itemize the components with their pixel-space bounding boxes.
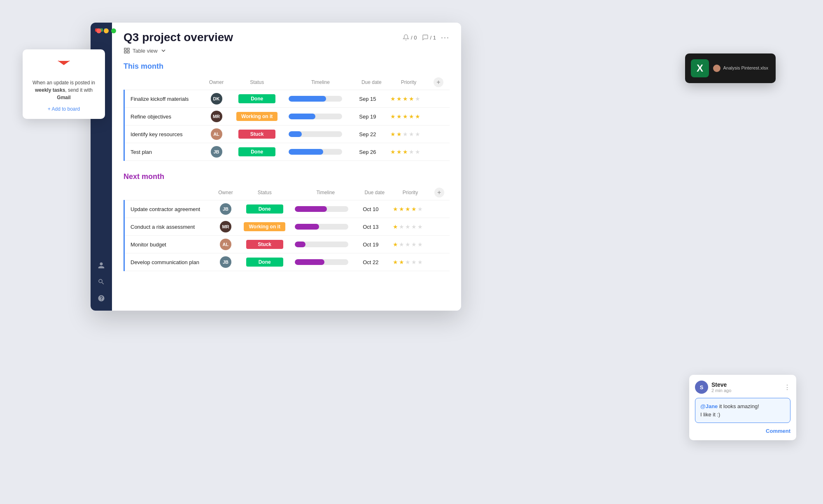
task-duedate-cell: Oct 22 bbox=[359, 253, 389, 271]
task-owner-cell: DK bbox=[204, 90, 228, 108]
comments-badge[interactable]: / 1 bbox=[422, 34, 436, 41]
owner-avatar: MR bbox=[211, 111, 222, 122]
task-status-cell[interactable]: Stuck bbox=[238, 236, 291, 253]
table-row[interactable]: Update contractor agreement JB Done Oct … bbox=[124, 200, 450, 218]
add-column-button[interactable]: + bbox=[434, 188, 444, 197]
star-icon: ★ bbox=[393, 206, 398, 212]
status-badge[interactable]: Done bbox=[238, 147, 275, 156]
task-extra-cell bbox=[430, 108, 450, 125]
star-icon: ★ bbox=[405, 241, 410, 248]
timeline-bar bbox=[289, 131, 342, 137]
gmail-add-button[interactable]: + Add to board bbox=[48, 106, 80, 112]
task-name: Refine objectives bbox=[131, 114, 171, 120]
col-timeline: Timeline bbox=[291, 185, 359, 200]
task-status-cell[interactable]: Done bbox=[229, 90, 285, 108]
star-icon: ★ bbox=[390, 95, 396, 102]
priority-stars[interactable]: ★★★★★ bbox=[393, 223, 427, 230]
table-row[interactable]: Conduct a risk assessment MR Working on … bbox=[124, 218, 450, 236]
star-icon: ★ bbox=[396, 131, 402, 137]
col-add: + bbox=[430, 75, 450, 90]
priority-stars[interactable]: ★★★★★ bbox=[390, 149, 427, 155]
table-row[interactable]: Develop communication plan JB Done Oct 2… bbox=[124, 253, 450, 271]
col-priority: Priority bbox=[387, 75, 430, 90]
timeline-bar bbox=[295, 259, 348, 265]
excel-icon: X bbox=[691, 59, 709, 77]
gmail-card: When an update is posted in weekly tasks… bbox=[23, 49, 105, 119]
minimize-button[interactable] bbox=[104, 28, 109, 33]
task-status-cell[interactable]: Stuck bbox=[229, 125, 285, 143]
table-row[interactable]: Test plan JB Done Sep 26 ★★★★★ bbox=[124, 143, 450, 161]
priority-stars[interactable]: ★★★★★ bbox=[393, 241, 427, 248]
add-column-button[interactable]: + bbox=[434, 77, 443, 87]
table-row[interactable]: Monitor budget AL Stuck Oct 19 ★★★★★ bbox=[124, 236, 450, 253]
section-title-this-month: This month bbox=[124, 62, 450, 71]
task-owner-cell: AL bbox=[214, 236, 238, 253]
col-timeline: Timeline bbox=[285, 75, 356, 90]
task-extra-cell bbox=[430, 90, 450, 108]
priority-stars[interactable]: ★★★★★ bbox=[393, 259, 427, 265]
status-badge[interactable]: Working on it bbox=[244, 222, 285, 231]
table-row[interactable]: Finalize kickoff materials DK Done Sep 1… bbox=[124, 90, 450, 108]
task-extra-cell bbox=[431, 236, 450, 253]
task-priority-cell: ★★★★★ bbox=[389, 200, 431, 218]
task-status-cell[interactable]: Done bbox=[238, 253, 291, 271]
status-badge[interactable]: Stuck bbox=[238, 130, 275, 139]
sidebar-search-icon[interactable] bbox=[95, 275, 108, 288]
star-icon: ★ bbox=[393, 223, 398, 230]
task-owner-cell: JB bbox=[214, 253, 238, 271]
table-row[interactable]: Refine objectives MR Working on it Sep 1… bbox=[124, 108, 450, 125]
priority-stars[interactable]: ★★★★★ bbox=[390, 131, 427, 137]
task-name-cell: Update contractor agreement bbox=[124, 200, 214, 218]
task-name: Identify key resources bbox=[131, 131, 182, 137]
task-duedate-cell: Sep 15 bbox=[356, 90, 387, 108]
task-name: Monitor budget bbox=[131, 242, 166, 248]
task-name: Finalize kickoff materials bbox=[131, 96, 189, 102]
status-badge[interactable]: Working on it bbox=[236, 112, 277, 121]
svg-rect-4 bbox=[127, 51, 129, 53]
task-duedate-cell: Oct 13 bbox=[359, 218, 389, 236]
task-status-cell[interactable]: Done bbox=[229, 143, 285, 161]
timeline-bar bbox=[289, 114, 342, 119]
star-icon: ★ bbox=[390, 131, 396, 137]
task-duedate-cell: Sep 22 bbox=[356, 125, 387, 143]
task-timeline-cell bbox=[291, 253, 359, 271]
status-badge[interactable]: Done bbox=[246, 204, 283, 214]
timeline-bar bbox=[289, 96, 342, 102]
comment-more-button[interactable]: ⋮ bbox=[784, 383, 790, 391]
sidebar-person-icon[interactable] bbox=[95, 259, 108, 272]
comment-mention: @Jane bbox=[700, 403, 718, 409]
task-priority-cell: ★★★★★ bbox=[387, 125, 430, 143]
task-status-cell[interactable]: Done bbox=[238, 200, 291, 218]
sidebar-help-icon[interactable] bbox=[95, 292, 108, 305]
more-options-button[interactable]: ··· bbox=[441, 33, 450, 42]
task-name-cell: Finalize kickoff materials bbox=[124, 90, 204, 108]
timeline-fill bbox=[289, 114, 315, 119]
task-status-cell[interactable]: Working on it bbox=[229, 108, 285, 125]
priority-stars[interactable]: ★★★★★ bbox=[393, 206, 427, 212]
priority-stars[interactable]: ★★★★★ bbox=[390, 113, 427, 120]
comment-button[interactable]: Comment bbox=[766, 428, 790, 434]
col-duedate: Due date bbox=[359, 185, 389, 200]
star-icon: ★ bbox=[409, 113, 414, 120]
sections-container: This month Owner Status Timeline Due dat… bbox=[124, 62, 450, 271]
status-badge[interactable]: Stuck bbox=[246, 240, 283, 249]
notifications-badge[interactable]: / 0 bbox=[403, 34, 417, 41]
table-row[interactable]: Identify key resources AL Stuck Sep 22 ★… bbox=[124, 125, 450, 143]
view-selector[interactable]: Table view bbox=[124, 47, 450, 54]
status-badge[interactable]: Done bbox=[246, 258, 283, 267]
main-content: Q3 project overview / 0 / 1 ··· Table vi… bbox=[112, 23, 461, 311]
timeline-fill bbox=[289, 131, 302, 137]
task-table-next-month: Owner Status Timeline Due date Priority … bbox=[124, 185, 450, 271]
close-button[interactable] bbox=[96, 28, 101, 33]
star-icon: ★ bbox=[409, 131, 414, 137]
col-task bbox=[124, 185, 214, 200]
comment-timestamp: 2 min ago bbox=[711, 388, 731, 393]
status-badge[interactable]: Done bbox=[238, 94, 275, 103]
owner-avatar: DK bbox=[211, 93, 222, 105]
task-status-cell[interactable]: Working on it bbox=[238, 218, 291, 236]
comment-text2: I like it :) bbox=[700, 411, 720, 418]
maximize-button[interactable] bbox=[111, 28, 116, 33]
comment-author-info: Steve 2 min ago bbox=[711, 381, 731, 393]
priority-stars[interactable]: ★★★★★ bbox=[390, 95, 427, 102]
task-timeline-cell bbox=[285, 143, 356, 161]
